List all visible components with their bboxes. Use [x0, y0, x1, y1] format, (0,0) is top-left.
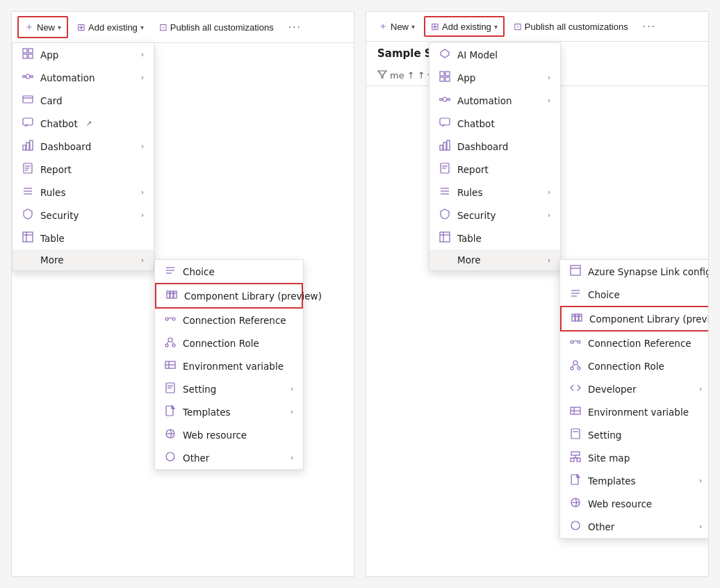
- submenu-connection-role-right[interactable]: Connection Role: [560, 354, 709, 377]
- publish-label-right: Publish all customizations: [525, 22, 628, 32]
- menu-item-dashboard-left[interactable]: Dashboard ›: [13, 135, 154, 158]
- new-button-right[interactable]: ＋ New ▾: [372, 16, 421, 37]
- menu-item-card-left[interactable]: Card: [13, 89, 154, 112]
- svg-point-37: [165, 344, 168, 347]
- more-dots-right[interactable]: ···: [637, 17, 662, 36]
- menu-item-chatbot-left[interactable]: Chatbot ↗: [13, 112, 154, 135]
- right-panel: ＋ New ▾ ⊞ Add existing ▾ ⊡ Publish all c…: [366, 11, 709, 577]
- menu-item-rules-left[interactable]: Rules ›: [13, 181, 154, 204]
- more-dots-left[interactable]: ···: [283, 17, 307, 37]
- menu-item-automation-right[interactable]: Automation ›: [429, 89, 560, 112]
- menu-item-security-left[interactable]: Security ›: [13, 204, 154, 227]
- submenu-connection-role-left[interactable]: Connection Role: [155, 332, 303, 354]
- svg-rect-60: [443, 142, 446, 150]
- env-var-icon-right: [570, 405, 581, 418]
- menu-item-app-right[interactable]: App ›: [429, 66, 560, 89]
- menu-item-report-left[interactable]: Report: [13, 158, 154, 181]
- svg-rect-12: [23, 145, 26, 150]
- new-chevron-right: ▾: [411, 23, 415, 31]
- menu-item-more-left[interactable]: ⊞ More ›: [13, 250, 154, 270]
- dashboard-label-left: Dashboard: [40, 141, 91, 152]
- svg-rect-58: [440, 118, 450, 125]
- new-button-left[interactable]: ＋ New ▾: [17, 16, 68, 38]
- svg-point-53: [443, 97, 447, 101]
- developer-chevron-right: ›: [699, 385, 702, 393]
- col-sort-icon: ↑: [418, 70, 425, 81]
- submenu-setting-right[interactable]: Setting: [560, 423, 709, 446]
- submenu-other-left[interactable]: Other ›: [155, 446, 303, 469]
- svg-point-54: [440, 99, 442, 101]
- menu-item-rules-right[interactable]: Rules ›: [429, 181, 560, 204]
- svg-point-85: [571, 367, 573, 370]
- app-label-left: App: [40, 49, 58, 60]
- menu-item-table-right[interactable]: Table: [429, 227, 560, 250]
- menu-item-report-right[interactable]: Report: [429, 158, 560, 181]
- security-label-right: Security: [457, 210, 496, 221]
- submenu-templates-left[interactable]: Templates ›: [155, 400, 303, 423]
- submenu-env-var-right[interactable]: Environment variable: [560, 400, 709, 423]
- other-icon-left: [165, 451, 176, 464]
- svg-point-38: [172, 344, 175, 347]
- submenu-setting-left[interactable]: Setting ›: [155, 377, 303, 400]
- publish-button-right[interactable]: ⊡ Publish all customizations: [507, 17, 635, 36]
- submenu-env-var-left[interactable]: Environment variable: [155, 354, 303, 377]
- menu-item-chatbot-right[interactable]: Chatbot: [429, 112, 560, 135]
- table-icon-right: [439, 231, 450, 245]
- menu-item-dashboard-right[interactable]: Dashboard: [429, 135, 560, 158]
- chatbot-label-right: Chatbot: [457, 118, 495, 129]
- add-existing-chevron-left: ▾: [140, 24, 144, 31]
- env-var-label-left: Environment variable: [183, 361, 284, 372]
- component-library-icon-left: [166, 289, 177, 302]
- component-library-label-left: Component Library (preview): [184, 291, 322, 302]
- svg-point-35: [172, 318, 175, 320]
- submenu-choice-left[interactable]: Choice: [155, 260, 303, 283]
- security-label-left: Security: [40, 210, 79, 221]
- submenu-site-map-right[interactable]: Site map: [560, 446, 709, 469]
- automation-icon-left: [22, 71, 33, 84]
- add-existing-dropdown: AI Model App › Automation › Chatbot: [429, 42, 561, 271]
- menu-item-app-left[interactable]: App ›: [13, 43, 154, 66]
- menu-item-security-right[interactable]: Security ›: [429, 204, 560, 227]
- add-existing-button-left[interactable]: ⊞ Add existing ▾: [71, 17, 150, 37]
- security-icon-left: [22, 209, 33, 222]
- table-label-left: Table: [40, 233, 65, 244]
- submenu-connection-ref-left[interactable]: Connection Reference: [155, 309, 303, 332]
- web-resource-label-left: Web resource: [183, 430, 247, 441]
- svg-rect-77: [575, 314, 578, 321]
- menu-item-automation-left[interactable]: Automation ›: [13, 66, 154, 89]
- templates-icon-right: [570, 474, 581, 487]
- submenu-web-resource-left[interactable]: Web resource: [155, 423, 303, 446]
- submenu-developer-right[interactable]: Developer ›: [560, 377, 709, 400]
- setting-icon-left: [165, 382, 176, 395]
- security-icon-right: [439, 209, 450, 222]
- other-chevron-left: ›: [291, 454, 293, 462]
- submenu-choice-right[interactable]: Choice: [560, 283, 709, 306]
- publish-button-left[interactable]: ⊡ Publish all customizations: [153, 17, 280, 37]
- more-chevron-left: ›: [141, 256, 144, 264]
- submenu-templates-right[interactable]: Templates ›: [560, 469, 709, 492]
- add-existing-label-left: Add existing: [88, 22, 138, 33]
- developer-icon-right: [570, 382, 581, 395]
- submenu-other-right[interactable]: Other ›: [560, 515, 709, 538]
- submenu-web-resource-right[interactable]: Web resource: [560, 492, 709, 515]
- submenu-connection-ref-right[interactable]: Connection Reference: [560, 332, 709, 354]
- templates-chevron-right: ›: [699, 477, 702, 484]
- submenu-component-library-left[interactable]: Component Library (preview): [155, 283, 303, 309]
- new-chevron-left: ▾: [58, 24, 61, 31]
- svg-point-34: [165, 318, 168, 320]
- menu-item-ai-model-right[interactable]: AI Model: [429, 43, 560, 66]
- rules-icon-right: [439, 186, 450, 199]
- app-chevron-left: ›: [141, 51, 144, 58]
- dashboard-icon-left: [22, 140, 33, 153]
- automation-label-left: Automation: [40, 72, 95, 83]
- menu-item-more-right[interactable]: ⊞ More ›: [429, 250, 560, 270]
- submenu-component-library-right[interactable]: Component Library (preview): [560, 306, 709, 332]
- svg-point-82: [571, 341, 573, 343]
- connection-ref-icon-left: [165, 313, 176, 327]
- svg-rect-29: [170, 291, 173, 298]
- chatbot-icon-left: [22, 117, 33, 130]
- add-existing-button-right[interactable]: ⊞ Add existing ▾: [424, 16, 505, 37]
- env-var-label-right: Environment variable: [588, 407, 689, 418]
- submenu-azure-right[interactable]: Azure Synapse Link config: [560, 260, 709, 283]
- menu-item-table-left[interactable]: Table: [13, 227, 154, 250]
